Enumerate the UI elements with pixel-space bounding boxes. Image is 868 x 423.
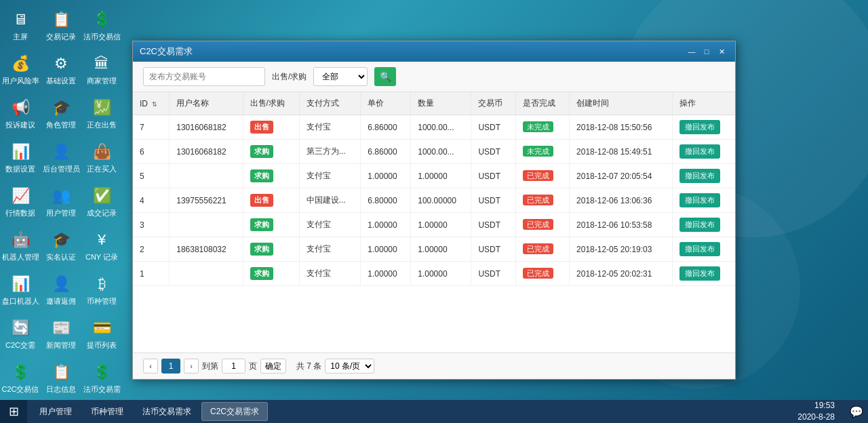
icon-symbol-7: 🎓 bbox=[50, 97, 72, 119]
sidebar-icon-1[interactable]: 📋 交易记录 bbox=[41, 3, 81, 47]
cell-completed: 已完成 bbox=[515, 164, 569, 188]
action-button-1[interactable]: 撤回发布 bbox=[679, 144, 720, 159]
cell-action: 撤回发布 bbox=[673, 237, 735, 262]
sidebar: 🖥 主屏 📋 交易记录 💲 法币交易信 💰 用户风险率 ⚙ 基础设置 🏛 商家管… bbox=[0, 0, 122, 393]
taskbar-tasks: 用户管理币种管理法币交易需求C2C交易需求 bbox=[27, 400, 787, 423]
icon-label-11: 正在买入 bbox=[87, 165, 117, 174]
window-titlebar: C2C交易需求 — □ ✕ bbox=[133, 41, 735, 62]
cell-payment: 支付宝 bbox=[299, 262, 361, 286]
sidebar-icon-11[interactable]: 👜 正在买入 bbox=[81, 136, 122, 180]
start-button[interactable]: ⊞ bbox=[0, 400, 27, 423]
task-法币交易需求[interactable]: 法币交易需求 bbox=[134, 402, 200, 421]
sidebar-icon-14[interactable]: ✅ 成交记录 bbox=[81, 180, 122, 224]
cell-quantity: 1000.00... bbox=[411, 115, 471, 140]
search-input[interactable] bbox=[143, 67, 265, 86]
cell-id: 7 bbox=[133, 115, 170, 140]
icon-symbol-10: 👤 bbox=[50, 141, 72, 163]
page-confirm-button[interactable]: 确定 bbox=[260, 359, 286, 374]
cell-price: 1.00000 bbox=[361, 213, 411, 237]
sidebar-icon-4[interactable]: ⚙ 基础设置 bbox=[41, 47, 81, 92]
icon-label-23: 提币列表 bbox=[87, 341, 117, 350]
icon-symbol-12: 📈 bbox=[9, 185, 31, 207]
cell-time: 2018-12-08 15:49:51 bbox=[570, 140, 673, 164]
icon-symbol-0: 🖥 bbox=[9, 9, 31, 31]
close-button[interactable]: ✕ bbox=[715, 45, 728, 58]
sidebar-icon-13[interactable]: 👥 用户管理 bbox=[41, 180, 81, 224]
icon-label-8: 正在出售 bbox=[87, 121, 117, 129]
icon-label-9: 数据设置 bbox=[5, 165, 35, 174]
icon-label-26: 法币交易需 bbox=[83, 385, 121, 394]
icon-symbol-19: 👤 bbox=[50, 273, 72, 295]
action-button-5[interactable]: 撤回发布 bbox=[679, 242, 720, 256]
sidebar-icon-0[interactable]: 🖥 主屏 bbox=[0, 3, 41, 47]
cell-time: 2018-12-07 20:05:54 bbox=[570, 164, 673, 188]
cell-time: 2018-12-06 10:53:58 bbox=[570, 213, 673, 237]
sidebar-icon-2[interactable]: 💲 法币交易信 bbox=[81, 3, 122, 47]
sidebar-icon-25[interactable]: 📋 日志信息 bbox=[41, 356, 81, 400]
action-button-0[interactable]: 撤回发布 bbox=[679, 120, 720, 134]
icon-label-2: 法币交易信 bbox=[83, 33, 121, 41]
sidebar-icon-26[interactable]: 💲 法币交易需 bbox=[81, 356, 122, 400]
prev-page-button[interactable]: ‹ bbox=[143, 359, 158, 374]
cell-username bbox=[170, 164, 243, 188]
task-C2C交易需求[interactable]: C2C交易需求 bbox=[201, 402, 268, 421]
cell-payment: 支付宝 bbox=[299, 115, 361, 140]
sidebar-icon-3[interactable]: 💰 用户风险率 bbox=[0, 47, 41, 92]
action-button-6[interactable]: 撤回发布 bbox=[679, 266, 720, 281]
search-button[interactable]: 🔍 bbox=[374, 67, 396, 86]
cell-currency: USDT bbox=[471, 262, 515, 286]
sidebar-icon-9[interactable]: 📊 数据设置 bbox=[0, 136, 41, 180]
sidebar-icon-21[interactable]: 🔄 C2C交需 bbox=[0, 312, 41, 356]
cell-type: 求购 bbox=[243, 140, 299, 164]
sidebar-icon-15[interactable]: 🤖 机器人管理 bbox=[0, 224, 41, 268]
cell-completed: 已完成 bbox=[515, 213, 569, 237]
task-用户管理[interactable]: 用户管理 bbox=[31, 402, 81, 421]
chat-button[interactable]: 💬 bbox=[845, 400, 868, 423]
sidebar-icon-10[interactable]: 👤 后台管理员 bbox=[41, 136, 81, 180]
icon-symbol-26: 💲 bbox=[91, 361, 113, 383]
taskbar-bottom: ⊞ 用户管理币种管理法币交易需求C2C交易需求 19:53 2020-8-28 … bbox=[0, 400, 868, 423]
minimize-button[interactable]: — bbox=[685, 45, 698, 58]
type-select[interactable]: 全部出售求购 bbox=[313, 67, 368, 86]
table-row: 6 13016068182 求购 第三方为... 6.86000 1000.00… bbox=[133, 140, 735, 164]
maximize-button[interactable]: □ bbox=[700, 45, 713, 58]
icon-symbol-6: 📢 bbox=[9, 97, 31, 119]
clock-date: 2020-8-28 bbox=[797, 411, 835, 423]
sidebar-icon-6[interactable]: 📢 投诉建议 bbox=[0, 92, 41, 136]
icon-symbol-14: ✅ bbox=[91, 185, 113, 207]
task-币种管理[interactable]: 币种管理 bbox=[82, 402, 132, 421]
next-page-button[interactable]: › bbox=[184, 359, 199, 374]
sidebar-icon-24[interactable]: 💲 C2C交易信 bbox=[0, 356, 41, 400]
table-row: 7 13016068182 出售 支付宝 6.86000 1000.00... … bbox=[133, 115, 735, 140]
sidebar-icon-18[interactable]: 📊 盘口机器人 bbox=[0, 268, 41, 312]
action-button-2[interactable]: 撤回发布 bbox=[679, 169, 720, 183]
sidebar-icon-16[interactable]: 🎓 实名认证 bbox=[41, 224, 81, 268]
action-button-4[interactable]: 撤回发布 bbox=[679, 218, 720, 232]
sidebar-icon-22[interactable]: 📰 新闻管理 bbox=[41, 312, 81, 356]
cell-payment: 支付宝 bbox=[299, 164, 361, 188]
col-单价: 单价 bbox=[361, 92, 411, 115]
cell-currency: USDT bbox=[471, 164, 515, 188]
sidebar-icon-12[interactable]: 📈 行情数据 bbox=[0, 180, 41, 224]
sidebar-icon-7[interactable]: 🎓 角色管理 bbox=[41, 92, 81, 136]
cell-username: 18638108032 bbox=[170, 237, 243, 262]
action-button-3[interactable]: 撤回发布 bbox=[679, 193, 720, 207]
main-window: C2C交易需求 — □ ✕ 出售/求购 全部出售求购 🔍 bbox=[132, 41, 736, 380]
icon-label-6: 投诉建议 bbox=[5, 121, 35, 129]
window-content: 出售/求购 全部出售求购 🔍 ID ⇅用户名称出售/求购支付方式单价数量交易币是… bbox=[133, 62, 735, 379]
per-page-select[interactable]: 10 条/页20 条/页50 条/页 bbox=[325, 359, 374, 374]
sidebar-icon-5[interactable]: 🏛 商家管理 bbox=[81, 47, 122, 92]
sidebar-icon-23[interactable]: 💳 提币列表 bbox=[81, 312, 122, 356]
sidebar-icon-17[interactable]: ¥ CNY 记录 bbox=[81, 224, 122, 268]
cell-username: 13016068182 bbox=[170, 115, 243, 140]
sidebar-icon-8[interactable]: 💹 正在出售 bbox=[81, 92, 122, 136]
page-input[interactable] bbox=[222, 359, 245, 374]
icon-symbol-13: 👥 bbox=[50, 185, 72, 207]
sidebar-icon-20[interactable]: ₿ 币种管理 bbox=[81, 268, 122, 312]
cell-action: 撤回发布 bbox=[673, 140, 735, 164]
cell-username bbox=[170, 213, 243, 237]
sidebar-icon-19[interactable]: 👤 邀请返佣 bbox=[41, 268, 81, 312]
cell-currency: USDT bbox=[471, 188, 515, 213]
cell-quantity: 1000.00... bbox=[411, 140, 471, 164]
icon-label-19: 邀请返佣 bbox=[46, 297, 76, 306]
